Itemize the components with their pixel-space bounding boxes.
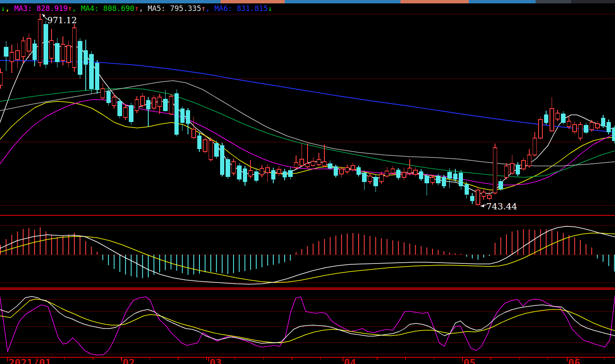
candle[interactable] xyxy=(578,122,582,141)
candle[interactable] xyxy=(584,123,588,134)
candle[interactable] xyxy=(146,97,150,127)
candle[interactable] xyxy=(249,160,253,178)
candle[interactable] xyxy=(16,43,19,68)
candle[interactable] xyxy=(254,169,258,183)
candle[interactable] xyxy=(231,159,235,175)
candle[interactable] xyxy=(527,149,531,168)
candle[interactable] xyxy=(493,144,497,194)
candle[interactable] xyxy=(141,93,144,108)
candle[interactable] xyxy=(556,110,560,121)
candle[interactable] xyxy=(10,45,14,73)
candle[interactable] xyxy=(328,160,332,170)
candle[interactable] xyxy=(294,155,298,169)
candle[interactable] xyxy=(175,90,179,136)
candle[interactable] xyxy=(561,111,565,125)
candle[interactable] xyxy=(374,174,378,192)
candle[interactable] xyxy=(317,153,321,166)
candle[interactable] xyxy=(209,138,213,161)
candle[interactable] xyxy=(220,143,224,177)
candle[interactable] xyxy=(226,157,230,179)
candle[interactable] xyxy=(459,170,463,190)
candle[interactable] xyxy=(101,83,105,101)
candle[interactable] xyxy=(78,38,82,79)
candle[interactable] xyxy=(21,37,25,63)
candle[interactable] xyxy=(169,94,173,115)
candle[interactable] xyxy=(0,68,3,89)
candle[interactable] xyxy=(596,121,599,130)
candle[interactable] xyxy=(346,165,349,174)
candle[interactable] xyxy=(408,159,412,175)
candle[interactable] xyxy=(305,144,309,168)
candle[interactable] xyxy=(516,162,520,176)
candle[interactable] xyxy=(152,95,156,111)
candle[interactable] xyxy=(397,168,400,179)
candle[interactable] xyxy=(311,157,315,166)
candle[interactable] xyxy=(544,111,548,125)
candle[interactable] xyxy=(84,40,87,90)
candle[interactable] xyxy=(55,38,59,68)
candle[interactable] xyxy=(573,122,577,134)
candle[interactable] xyxy=(61,36,65,65)
candle[interactable] xyxy=(504,163,508,179)
candle[interactable] xyxy=(425,174,429,196)
candle[interactable] xyxy=(362,171,366,190)
candle[interactable] xyxy=(323,144,327,167)
candle[interactable] xyxy=(453,169,457,182)
candle[interactable] xyxy=(260,165,264,177)
candle[interactable] xyxy=(203,135,207,153)
candle[interactable] xyxy=(567,117,571,129)
candle[interactable] xyxy=(476,187,480,206)
candle[interactable] xyxy=(414,167,417,177)
macd-bar xyxy=(614,255,615,272)
candle[interactable] xyxy=(277,166,281,176)
candle[interactable] xyxy=(487,191,491,201)
candle[interactable] xyxy=(38,14,42,67)
candle[interactable] xyxy=(368,173,372,184)
candle[interactable] xyxy=(158,94,161,114)
candle[interactable] xyxy=(135,96,139,113)
candle[interactable] xyxy=(237,163,241,182)
candle[interactable] xyxy=(67,41,71,68)
candle[interactable] xyxy=(471,193,474,204)
candle[interactable] xyxy=(186,108,190,134)
candlestick-layer[interactable] xyxy=(0,14,615,206)
candle[interactable] xyxy=(33,40,36,66)
candle[interactable] xyxy=(300,144,304,167)
candle[interactable] xyxy=(4,41,8,71)
candle[interactable] xyxy=(72,24,76,72)
candle[interactable] xyxy=(402,168,406,180)
candle[interactable] xyxy=(510,155,514,175)
candle[interactable] xyxy=(124,104,128,120)
candle[interactable] xyxy=(50,29,54,63)
chart-canvas[interactable] xyxy=(0,0,615,364)
candle[interactable] xyxy=(442,175,446,188)
candle[interactable] xyxy=(482,190,486,200)
candle[interactable] xyxy=(192,117,196,139)
candle[interactable] xyxy=(334,165,338,177)
candle[interactable] xyxy=(272,168,275,183)
candle[interactable] xyxy=(612,125,615,144)
candle[interactable] xyxy=(198,133,201,152)
candle[interactable] xyxy=(180,106,184,131)
candle[interactable] xyxy=(215,141,218,159)
candle[interactable] xyxy=(44,21,48,68)
macd-bar xyxy=(0,245,1,255)
candle[interactable] xyxy=(550,97,554,132)
candle[interactable] xyxy=(539,117,542,139)
candle[interactable] xyxy=(533,132,537,156)
candle[interactable] xyxy=(419,169,423,181)
candle[interactable] xyxy=(90,51,93,93)
candle[interactable] xyxy=(129,103,133,125)
candle[interactable] xyxy=(243,166,247,186)
candle[interactable] xyxy=(379,172,383,184)
candle[interactable] xyxy=(601,115,605,128)
ma-readout-token: , MA5: 795.335 xyxy=(139,4,201,13)
macd-bar xyxy=(603,255,604,262)
candle[interactable] xyxy=(356,166,360,177)
candle[interactable] xyxy=(288,167,292,179)
candle[interactable] xyxy=(95,60,99,94)
candle[interactable] xyxy=(385,167,389,178)
candle[interactable] xyxy=(522,158,525,171)
candle[interactable] xyxy=(340,166,343,177)
candle[interactable] xyxy=(283,169,287,180)
